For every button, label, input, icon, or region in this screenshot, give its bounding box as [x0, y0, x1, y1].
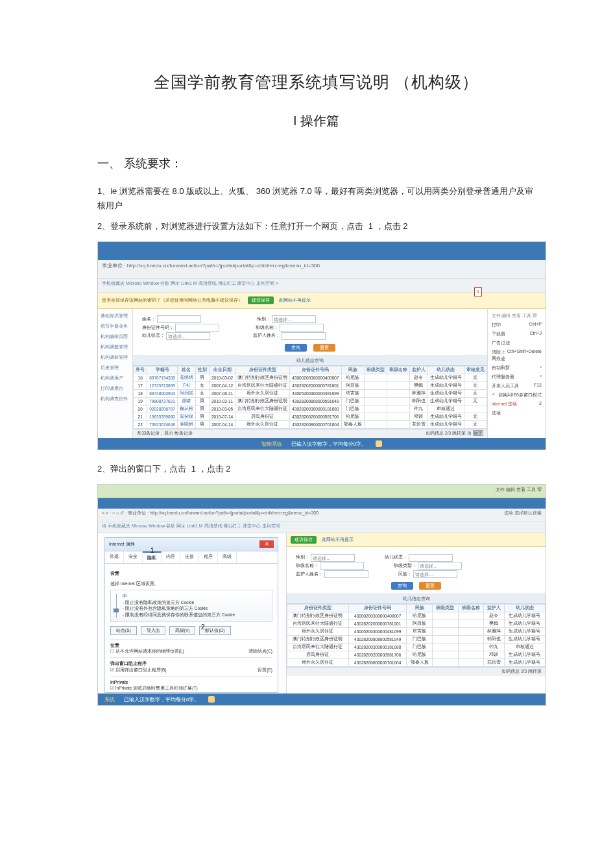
ask-save-button[interactable]: 建议保存 — [291, 536, 317, 544]
paragraph-3-a: 2、弹出的窗口下，点击 — [97, 464, 186, 474]
popup-checkbox[interactable]: 启用弹出窗口阻止程序(B) — [110, 667, 166, 673]
filter-input[interactable] — [409, 554, 453, 562]
close-button[interactable]: ✕ — [259, 540, 274, 548]
inprivate-checkbox[interactable]: InPrivate 浏览启动时禁用工具栏和扩展(T) — [110, 686, 198, 690]
search-button[interactable]: 查询 — [285, 344, 307, 352]
table-row[interactable]: 境外永久居住证43005200300000481099塔吉族林雅萍生成幼儿学籍号 — [287, 628, 546, 636]
left-menu-item[interactable]: 机构调整管理 — [101, 344, 130, 350]
table-row[interactable]: 1889748003903阿润诺女2007-08-21境外永久居住证430052… — [134, 390, 487, 398]
footer-go-button[interactable]: 确定 — [473, 430, 483, 436]
filter-input[interactable] — [157, 315, 201, 323]
menu-item-devtools[interactable]: 开发人员工具 — [492, 383, 519, 389]
clear-sites-button[interactable]: 清除站点(C) — [248, 648, 272, 655]
search-button[interactable]: 查询 — [391, 582, 413, 590]
table-row[interactable]: 2115635359080应契保男2010-07-14居民身份证43028200… — [134, 413, 487, 421]
left-menu-item[interactable]: 机构调研管理 — [101, 354, 130, 361]
table-row[interactable]: 台湾居民来往大陆通行证43028200300000181080门巴族仲九审核通过 — [287, 644, 546, 651]
document-page: 全国学前教育管理系统填写说明 （机构级） I 操作篇 一、 系统要求： 1、ie… — [0, 0, 613, 769]
ask-text: 是否全部保存该网站的密码？（若您使用同网络公共电脑不建议保存） — [102, 297, 243, 304]
tab-advanced[interactable]: 高级 — [218, 551, 237, 563]
table-cell: 邓训 — [409, 413, 427, 421]
table-cell: 花绣绣 — [177, 374, 195, 382]
ask-save-button[interactable]: 建议保存 — [248, 296, 274, 304]
table-row[interactable]: 1979908727621虚罐男2010-03-11澳门特别行政区身份证明430… — [134, 398, 487, 405]
filter-select[interactable]: 请选择… — [311, 554, 355, 562]
menu-item-refresh[interactable]: 自动刷新 — [492, 365, 510, 371]
left-menu-item[interactable]: 打印调用台 — [101, 385, 130, 392]
table-cell: 鄂春人族 — [341, 421, 364, 429]
table-cell: 生成幼儿学籍号 — [427, 398, 464, 405]
tab-content[interactable]: 内容 — [162, 551, 180, 563]
table-row[interactable]: 2092028206787鞠从检男2010-03-05台湾居民来往大陆通行证43… — [134, 405, 487, 413]
reset-button[interactable]: 重置 — [313, 344, 335, 352]
nav-right[interactable]: 选项 选择默认搜索 — [504, 510, 542, 516]
table-row[interactable]: 居民身份证43028200200000581706哈尼族邓训生成幼儿学籍号 — [287, 651, 546, 659]
menu-item-clear[interactable]: 清除上网痕迹 — [492, 349, 507, 362]
table-cell: 43028200300000181080 — [290, 405, 341, 413]
left-menu-item[interactable]: 基础知识管理 — [101, 313, 130, 319]
table-row[interactable]: 2273923074648泰晓妈男2007-04-14境外永久居住证430282… — [134, 421, 487, 429]
table-row[interactable]: 境外永久居住证43028200800000701004鄂春人族花倍雪生成幼儿学籍… — [287, 659, 546, 667]
menu-item-options[interactable]: 选项 — [492, 410, 501, 416]
table-cell: 43028202000000781001 — [290, 382, 341, 390]
tab-programs[interactable]: 程序 — [199, 551, 218, 563]
menu-item-proxy[interactable]: 代理服务器 — [492, 374, 514, 380]
filter-input[interactable] — [324, 570, 368, 578]
menu-item-internet-options[interactable]: Internet 选项 — [492, 401, 518, 407]
reset-button[interactable]: 重置 — [419, 582, 441, 590]
filter-select[interactable]: 请选择… — [418, 562, 462, 570]
ask-never-link[interactable]: 此网站不再提示 — [279, 297, 311, 304]
filter-input[interactable] — [282, 332, 326, 340]
table-cell: 73923074648 — [147, 421, 178, 429]
privacy-slider[interactable]: 中 - 阻止没有隐私政策的第三方 Cookie - 阻止没有外包含隐私策略的第三… — [110, 590, 272, 622]
table-cell: 43005200300000481099 — [290, 390, 341, 398]
popup-settings-button[interactable]: 设置(E) — [258, 667, 272, 673]
ask-never-link[interactable]: 此网站不再提示 — [322, 536, 354, 543]
table-row[interactable]: 1689767154308花绣绣男2010-03-02澳门特别行政区身份证明43… — [134, 374, 487, 382]
table-cell: 林雅萍 — [409, 390, 427, 398]
left-menu-item[interactable]: 填写手册业务 — [101, 323, 130, 330]
filter-select[interactable]: 请选择… — [166, 332, 210, 340]
sites-button[interactable]: 站点(S) — [110, 626, 137, 635]
menu-bar[interactable]: 文件 编辑 查看 工具 帮 — [492, 485, 546, 495]
table-footer: 页码信息 2/3 跳转第 — [287, 667, 546, 676]
tab-connections[interactable]: 连接 — [180, 551, 199, 563]
filter-select[interactable]: 请选择… — [413, 570, 457, 578]
table-cell — [364, 398, 387, 405]
menu-item-downloads[interactable]: 下载器 — [492, 331, 505, 337]
table-row[interactable]: 澳门特别行政区身份证明43000200300000400007哈尼族赵令生成幼儿… — [287, 612, 546, 620]
table-cell: 生成幼儿学籍号 — [504, 659, 545, 667]
import-button[interactable]: 导入(I) — [141, 626, 165, 635]
advanced-button[interactable]: 高级(V) — [169, 626, 196, 635]
filter-label: 性别： — [296, 555, 309, 559]
left-menu-item[interactable]: 机构调查控件 — [101, 396, 130, 402]
menu-item-print[interactable]: 打印 — [492, 322, 501, 328]
tab-security[interactable]: 安全 — [124, 551, 143, 563]
menu-item-adblock[interactable]: 广告过滤 — [492, 340, 510, 346]
table-cell: 门巴族 — [341, 398, 364, 405]
table-cell: 生成幼儿学籍号 — [504, 651, 545, 659]
tab-general[interactable]: 常规 — [105, 551, 124, 563]
location-checkbox[interactable]: 从不允许网站请求你的物理位置(L) — [110, 648, 184, 655]
table-row[interactable]: 台湾居民来往大陆通行证43028202000000781001阿昌族樊娥生成幼儿… — [287, 620, 546, 628]
table-row[interactable]: 1712725713895子杜女2007-04-12台湾居民来往大陆通行证430… — [134, 382, 487, 390]
address-bar[interactable]: 事业单位 · http://xq.hnedu.cn/forward.action… — [98, 260, 546, 279]
filter-input[interactable] — [320, 562, 364, 570]
filter-input[interactable] — [175, 324, 219, 332]
table-cell: 生成幼儿学籍号 — [427, 382, 464, 390]
menu-item-ie6mode[interactable]: 切换到IE6多窗口模式 — [498, 392, 542, 398]
left-menu-item[interactable]: 机构编辑页面 — [101, 333, 130, 340]
left-menu-item[interactable]: 历史管理 — [101, 365, 130, 371]
table-cell: 澳门特别行政区身份证明 — [235, 398, 290, 405]
menu-bar[interactable]: 文件 编辑 查看 工具 帮 — [492, 313, 538, 319]
filter-label: 幼儿状态： — [385, 555, 407, 559]
filter-select[interactable]: 请选择… — [272, 315, 316, 323]
bookmark-bar[interactable]: 诗 手机收藏夹 Microso Window 谷歌 网址 Link1 M 高清壁… — [98, 522, 546, 533]
left-menu-item[interactable]: 机构调用户 — [101, 375, 130, 381]
table-row[interactable]: 澳门特别行政区身份证明43028200808000581049门巴族韩阳也生成幼… — [287, 636, 546, 644]
table-cell: 15635359080 — [147, 413, 178, 421]
address-bar[interactable]: < > · ○ ⌂ ↺ · 事业单位 · http://xq.hnedu.cn/… — [98, 509, 546, 522]
filter-input[interactable] — [280, 324, 324, 332]
table-cell: 92028206787 — [147, 405, 178, 413]
table-header: 班级类型 — [364, 367, 387, 374]
